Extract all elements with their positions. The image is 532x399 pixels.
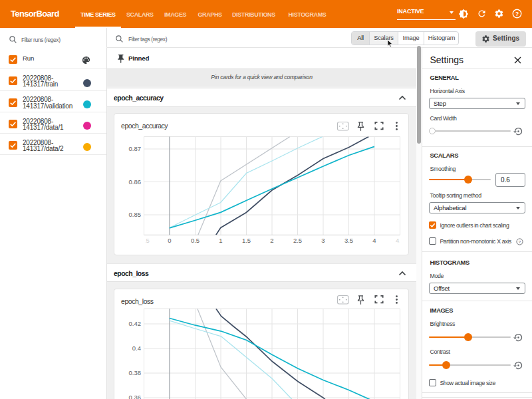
- svg-text:0.5: 0.5: [191, 237, 200, 244]
- svg-text:2: 2: [270, 237, 273, 244]
- svg-text:2.5: 2.5: [293, 237, 302, 244]
- svg-text:1.5: 1.5: [242, 237, 251, 244]
- svg-text:0.42: 0.42: [129, 320, 142, 327]
- svg-text:0.4: 0.4: [132, 344, 141, 352]
- svg-text:0.38: 0.38: [129, 369, 142, 376]
- svg-text:0.36: 0.36: [129, 394, 142, 399]
- svg-text:0.85: 0.85: [129, 211, 142, 218]
- svg-text:0.86: 0.86: [129, 178, 142, 185]
- svg-text:?: ?: [515, 10, 519, 17]
- svg-text:-0.5: -0.5: [138, 237, 149, 244]
- svg-text:3.5: 3.5: [344, 237, 353, 244]
- svg-text:4.5: 4.5: [396, 237, 404, 244]
- svg-text:?: ?: [518, 239, 521, 243]
- svg-text:1: 1: [219, 237, 222, 244]
- svg-text:0.87: 0.87: [129, 145, 142, 152]
- svg-text:3: 3: [321, 237, 325, 244]
- svg-text:0: 0: [168, 237, 171, 244]
- svg-text:4: 4: [372, 237, 376, 244]
